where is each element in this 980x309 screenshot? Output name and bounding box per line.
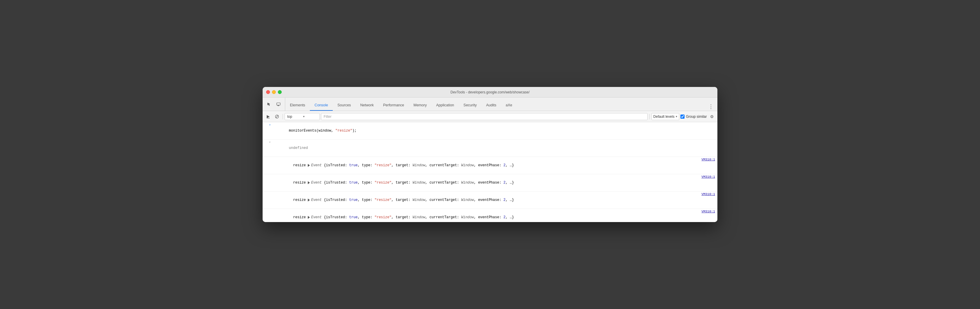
- tabbar-right: ⋮: [705, 102, 715, 111]
- group-similar-checkbox[interactable]: [681, 115, 684, 118]
- console-output: › monitorEvents(window, "resize"); ‹ und…: [262, 122, 718, 222]
- console-gutter: [265, 217, 271, 218]
- window-title: DevTools - developers.google.com/web/sho…: [450, 90, 529, 94]
- console-content: monitorEvents(window, "resize");: [272, 123, 715, 139]
- tab-audits[interactable]: Audits: [482, 100, 501, 111]
- minimize-button[interactable]: [272, 90, 276, 94]
- console-gutter: [265, 200, 271, 200]
- log-levels-selector[interactable]: Default levels ▾: [651, 113, 679, 120]
- console-content: resize Event {isTrusted: true, type: "re…: [272, 157, 699, 173]
- devtools-window: DevTools - developers.google.com/web/sho…: [262, 87, 718, 222]
- chevron-down-icon-levels: ▾: [676, 115, 677, 118]
- console-content: resize Event {isTrusted: true, type: "re…: [272, 175, 699, 191]
- settings-button[interactable]: ⚙: [708, 113, 716, 120]
- traffic-lights: [266, 90, 282, 94]
- console-source-link[interactable]: VM310:1: [702, 157, 715, 161]
- console-source-link[interactable]: VM310:1: [702, 192, 715, 196]
- toolbar-divider-2: [649, 114, 650, 119]
- console-gutter: [265, 165, 271, 166]
- tab-security[interactable]: Security: [459, 100, 482, 111]
- console-gutter: ‹: [265, 140, 271, 144]
- context-value: top: [287, 115, 302, 118]
- filter-input[interactable]: [321, 113, 648, 120]
- console-content: resize Event {isTrusted: true, type: "re…: [272, 192, 699, 208]
- console-toolbar: top ▾ Default levels ▾ Group similar ⚙: [262, 111, 718, 122]
- chevron-down-icon: ▾: [303, 115, 318, 118]
- console-content: resize Event {isTrusted: true, type: "re…: [272, 210, 699, 222]
- tab-console[interactable]: Console: [310, 100, 333, 111]
- console-source-link[interactable]: VM310:1: [702, 210, 715, 213]
- tab-memory[interactable]: Memory: [409, 100, 431, 111]
- console-gutter: ›: [265, 123, 271, 126]
- expand-icon[interactable]: [308, 181, 310, 184]
- console-source-link[interactable]: VM310:1: [702, 175, 715, 179]
- context-selector[interactable]: top ▾: [285, 113, 320, 120]
- tab-sources[interactable]: Sources: [333, 100, 356, 111]
- group-similar-text: Group similar: [686, 115, 707, 118]
- svg-line-6: [276, 115, 278, 118]
- tabbar-tools: [265, 98, 285, 111]
- group-similar-label[interactable]: Group similar: [681, 115, 707, 118]
- titlebar: DevTools - developers.google.com/web/sho…: [262, 87, 718, 98]
- more-tabs-button[interactable]: ⋮: [707, 102, 715, 111]
- gear-icon: ⚙: [710, 114, 714, 119]
- console-row: › monitorEvents(window, "resize");: [262, 122, 718, 139]
- svg-rect-0: [277, 103, 280, 105]
- tab-application[interactable]: Application: [431, 100, 458, 111]
- tab-axe[interactable]: aXe: [501, 100, 517, 111]
- expand-icon[interactable]: [308, 216, 310, 219]
- levels-label: Default levels: [654, 115, 675, 118]
- tabbar: Elements Console Sources Network Perform…: [262, 98, 718, 111]
- inspect-element-button[interactable]: [265, 100, 273, 108]
- console-row: resize Event {isTrusted: true, type: "re…: [262, 157, 718, 174]
- execute-script-button[interactable]: [264, 113, 272, 120]
- console-row: resize Event {isTrusted: true, type: "re…: [262, 192, 718, 209]
- svg-marker-3: [267, 115, 270, 118]
- tabs-list: Elements Console Sources Network Perform…: [285, 98, 705, 111]
- console-row: ‹ undefined: [262, 139, 718, 157]
- device-toolbar-button[interactable]: [274, 100, 283, 108]
- console-row: resize Event {isTrusted: true, type: "re…: [262, 174, 718, 192]
- console-content: undefined: [272, 140, 715, 156]
- expand-icon[interactable]: [308, 199, 310, 202]
- console-row: resize Event {isTrusted: true, type: "re…: [262, 209, 718, 222]
- clear-console-button[interactable]: [273, 113, 281, 120]
- tab-elements[interactable]: Elements: [285, 100, 310, 111]
- tab-network[interactable]: Network: [356, 100, 379, 111]
- maximize-button[interactable]: [278, 90, 282, 94]
- tab-performance[interactable]: Performance: [379, 100, 409, 111]
- close-button[interactable]: [266, 90, 270, 94]
- expand-icon[interactable]: [308, 164, 310, 167]
